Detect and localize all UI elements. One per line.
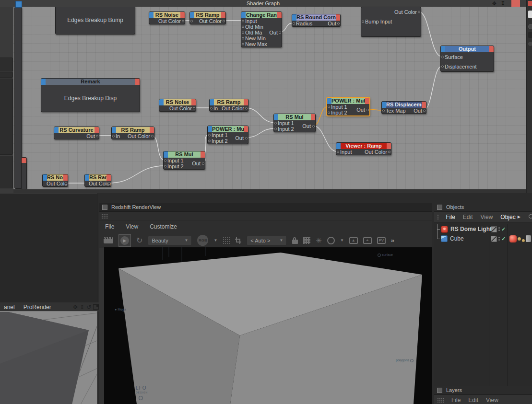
input-port[interactable] bbox=[164, 160, 166, 162]
output-port[interactable] bbox=[418, 11, 420, 13]
lock-icon[interactable] bbox=[292, 240, 298, 244]
menu-file[interactable]: File bbox=[105, 223, 114, 230]
render-icon[interactable] bbox=[104, 237, 113, 243]
drag-grip-icon[interactable] bbox=[437, 214, 438, 219]
output-port[interactable] bbox=[193, 107, 195, 110]
node-bump-input[interactable]: Out ColorBump Input bbox=[361, 7, 421, 37]
snapshot-image-icon[interactable]: ▲ bbox=[349, 237, 358, 244]
texture-tag-icon[interactable] bbox=[522, 239, 525, 242]
node-rs-noise-2[interactable]: RS NoiseOut Color bbox=[159, 99, 196, 112]
remark-edges-breakup-bump[interactable]: Edges Breakup Bump bbox=[55, 7, 135, 35]
input-port[interactable] bbox=[328, 112, 330, 114]
input-port[interactable] bbox=[441, 66, 444, 68]
menu-file[interactable]: File bbox=[451, 397, 461, 404]
output-port[interactable] bbox=[223, 20, 225, 23]
maximize-icon[interactable] bbox=[93, 304, 99, 310]
output-port[interactable] bbox=[312, 125, 315, 127]
render-image[interactable]: surface ● Mega polygons LFO DESIGN bbox=[104, 247, 432, 404]
layer-toggle[interactable] bbox=[491, 236, 497, 242]
tool-button[interactable] bbox=[528, 42, 532, 46]
input-port[interactable] bbox=[382, 110, 385, 112]
sidebar-panel-stub[interactable] bbox=[0, 72, 13, 78]
red-handle[interactable] bbox=[528, 1, 532, 6]
output-port[interactable] bbox=[96, 135, 98, 138]
input-port[interactable] bbox=[337, 151, 339, 153]
sidebar-panel-stub[interactable] bbox=[0, 156, 13, 188]
object-row-cube[interactable]: Cube ✓ bbox=[434, 234, 532, 243]
phong-tag-icon[interactable] bbox=[526, 235, 531, 242]
chevron-down-icon[interactable]: ▼ bbox=[213, 238, 217, 242]
node-power-mul-2[interactable]: POWER : MulInput 1Input 2Out bbox=[327, 97, 370, 116]
rotate-icon[interactable]: ↺ bbox=[86, 304, 91, 311]
visibility-dots[interactable] bbox=[498, 227, 500, 231]
snowflake-icon[interactable]: ✳ bbox=[316, 236, 322, 245]
menu-edit[interactable]: Edit bbox=[468, 397, 478, 404]
node-power-mul-1[interactable]: POWER : MulInput 1Input 2Out bbox=[207, 126, 248, 144]
node-rs-round-corners[interactable]: RS Round CornersRadiusOut bbox=[292, 14, 341, 27]
output-port[interactable] bbox=[151, 135, 154, 138]
input-port[interactable] bbox=[441, 56, 444, 58]
output-port[interactable] bbox=[366, 109, 369, 111]
output-port[interactable] bbox=[202, 162, 204, 165]
node-rs-noise-1[interactable]: RS NoiseOut Color bbox=[149, 12, 185, 24]
edge-node-strip-2[interactable] bbox=[21, 157, 27, 189]
input-port[interactable] bbox=[242, 26, 244, 28]
chevron-down-icon[interactable]: ▼ bbox=[340, 238, 344, 242]
snapshot-dropdown[interactable]: < Auto > ▼ bbox=[247, 236, 287, 245]
material-tag-icon[interactable] bbox=[509, 235, 517, 242]
object-row-rs-dome-light[interactable]: RS Dome Light ✓ bbox=[434, 224, 532, 234]
node-rs-ramp-4[interactable]: RS RampOut Color bbox=[84, 174, 111, 187]
node-change-range[interactable]: Change RanInputOld MinOld MaOutNew MinNe… bbox=[241, 12, 282, 47]
output-port[interactable] bbox=[423, 110, 426, 112]
node-output[interactable]: OutputSurfaceDisplacement bbox=[440, 46, 494, 72]
dock-icon[interactable]: ↧ bbox=[501, 0, 505, 7]
add-snapshot-icon[interactable]: + bbox=[363, 237, 372, 244]
menu-edit[interactable]: Edit bbox=[463, 214, 473, 220]
node-rs-curvature[interactable]: RS CurvatureOut bbox=[54, 127, 99, 139]
dither-icon[interactable] bbox=[223, 237, 230, 244]
input-port[interactable] bbox=[328, 106, 330, 108]
perspective-viewport[interactable] bbox=[0, 312, 97, 404]
node-rs-ramp-3[interactable]: RS RampInOut Color bbox=[111, 127, 154, 139]
updown-icon[interactable]: ⇕ bbox=[80, 304, 84, 311]
dome-light-icon[interactable] bbox=[441, 226, 448, 233]
menu-view[interactable]: View bbox=[126, 223, 138, 230]
drag-grip-icon[interactable] bbox=[437, 397, 444, 403]
enabled-check-icon[interactable]: ✓ bbox=[501, 226, 506, 232]
output-port[interactable] bbox=[108, 183, 110, 185]
output-port[interactable] bbox=[337, 23, 340, 25]
node-rs-ramp-1[interactable]: RS RampOut Color bbox=[189, 12, 226, 24]
pan-icon[interactable]: ✥ bbox=[492, 0, 497, 7]
menu-customize[interactable]: Customize bbox=[150, 223, 177, 230]
output-port[interactable] bbox=[388, 151, 390, 153]
input-port[interactable] bbox=[242, 32, 244, 34]
sidebar-panel-stub[interactable] bbox=[0, 58, 13, 71]
pass-dropdown[interactable]: Beauty ▼ bbox=[148, 236, 192, 245]
input-port[interactable] bbox=[274, 122, 277, 125]
tool-button[interactable] bbox=[528, 32, 532, 38]
window-corner-handle[interactable] bbox=[511, 0, 520, 7]
enabled-check-icon[interactable]: ✓ bbox=[501, 236, 506, 242]
search-icon[interactable] bbox=[528, 214, 529, 220]
object-label[interactable]: Cube bbox=[450, 235, 464, 242]
node-rs-mul-2[interactable]: RS MulInput 1Input 2Out bbox=[163, 151, 205, 170]
input-port[interactable] bbox=[112, 135, 115, 138]
texture-tag-icon[interactable] bbox=[518, 237, 521, 241]
node-rs-displacement[interactable]: RS DisplacementTex MapOut bbox=[381, 101, 426, 114]
node-rs-noise-3[interactable]: RS NoiseOut Color bbox=[42, 174, 68, 187]
input-port[interactable] bbox=[242, 37, 244, 40]
layer-toggle[interactable] bbox=[491, 226, 497, 232]
move-icon[interactable]: ✥ bbox=[73, 304, 78, 311]
drag-grip-icon[interactable] bbox=[101, 213, 108, 219]
sidebar-panel-stub[interactable] bbox=[0, 79, 13, 155]
menu-view[interactable]: View bbox=[481, 214, 493, 220]
node-viewer-ramp[interactable]: Viewer : RampInputOut Color bbox=[336, 142, 391, 155]
node-rs-ramp-2[interactable]: RS RampInOut Color bbox=[209, 99, 248, 112]
input-port[interactable] bbox=[362, 21, 364, 23]
node-rs-mul-1[interactable]: RS MulInput 1Input 2Out bbox=[273, 114, 316, 132]
rgb-channels-button[interactable]: RGB bbox=[197, 235, 208, 246]
input-port[interactable] bbox=[210, 107, 213, 110]
picture-viewer-icon[interactable]: PV bbox=[377, 237, 386, 244]
input-port[interactable] bbox=[190, 20, 193, 23]
input-port[interactable] bbox=[293, 23, 295, 25]
